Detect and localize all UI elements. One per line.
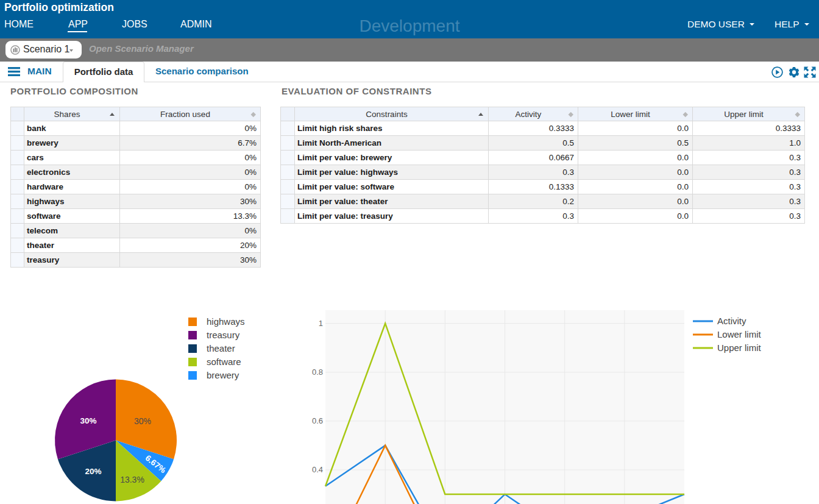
svg-text:30%: 30%	[134, 416, 151, 426]
svg-text:0.8: 0.8	[312, 367, 323, 377]
svg-text:software: software	[207, 357, 241, 367]
svg-text:Activity: Activity	[717, 316, 746, 326]
svg-text:1: 1	[319, 319, 323, 328]
svg-text:Upper limit: Upper limit	[717, 343, 762, 353]
svg-text:13.3%: 13.3%	[120, 475, 144, 484]
svg-text:Lower limit: Lower limit	[717, 329, 762, 339]
svg-text:0.4: 0.4	[312, 465, 323, 474]
svg-text:treasury: treasury	[207, 330, 240, 340]
svg-text:20%: 20%	[85, 467, 101, 476]
svg-text:highways: highways	[207, 316, 245, 327]
svg-text:brewery: brewery	[207, 370, 239, 380]
svg-text:30%: 30%	[80, 416, 96, 425]
svg-text:theater: theater	[207, 343, 235, 353]
svg-text:0.6: 0.6	[312, 416, 323, 425]
